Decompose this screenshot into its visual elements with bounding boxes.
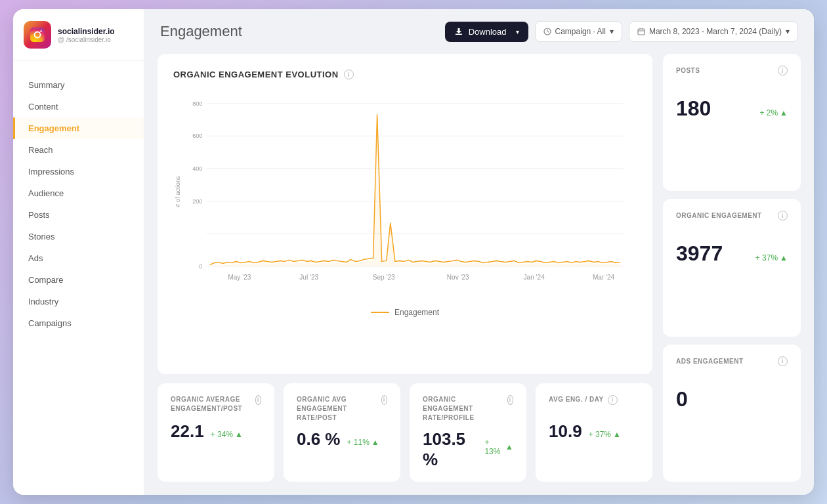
metric-card-1: ORGANIC ENGAGEMENT i 3977 + 37% ▲ (663, 199, 801, 336)
engagement-chart-svg: # of actions 800 600 400 (173, 90, 637, 293)
engagement-chart-card: ORGANIC ENGAGEMENT EVOLUTION i # of acti… (158, 54, 652, 374)
metric-change-0: + 2% ▲ (759, 108, 788, 117)
metric-card-0: POSTS i 180 + 2% ▲ (663, 54, 801, 191)
chart-title: ORGANIC ENGAGEMENT EVOLUTION i (173, 70, 637, 79)
brand-handle: @ /socialinsider.io (58, 36, 115, 43)
metric-info-icon-2[interactable]: i (778, 356, 788, 366)
bottom-card-2: ORGANIC ENGAGEMENT RATE/PROFILE i 103.5 … (410, 383, 526, 482)
metric-card-2: ADS ENGAGEMENT i 0 (663, 345, 801, 482)
sidebar-item-compare[interactable]: Compare (13, 269, 144, 291)
svg-text:0: 0 (199, 263, 202, 270)
card-info-icon-0[interactable]: i (255, 395, 261, 405)
brand-logo (24, 21, 51, 49)
svg-rect-4 (638, 29, 645, 35)
download-arrow-icon: ▾ (516, 28, 519, 35)
card-change-0: + 34% ▲ (211, 430, 243, 439)
bottom-card-3: AVG ENG. / DAY i 10.9 + 37% ▲ (536, 383, 652, 482)
svg-text:400: 400 (192, 165, 202, 172)
sidebar-item-engagement[interactable]: Engagement (13, 117, 144, 139)
bottom-card-0: ORGANIC AVERAGE ENGAGEMENT/POST i 22.1 +… (158, 383, 274, 482)
main-content: Engagement Download ▾ Campaign · All ▾ M… (144, 9, 814, 495)
card-label-3: AVG ENG. / DAY i (549, 395, 639, 415)
metric-label-0: POSTS i (676, 66, 788, 75)
metric-value-0: 180 (676, 96, 711, 121)
download-button[interactable]: Download ▾ (445, 22, 528, 42)
chart-legend: Engagement (173, 308, 637, 317)
card-label-1: ORGANIC AVG ENGAGEMENT RATE/POST i (297, 395, 387, 423)
card-value-3: 10.9 (549, 421, 582, 442)
sidebar-item-ads[interactable]: Ads (13, 247, 144, 269)
metric-label-2: ADS ENGAGEMENT i (676, 356, 788, 366)
content-area: ORGANIC ENGAGEMENT EVOLUTION i # of acti… (144, 54, 814, 495)
sidebar-item-campaigns[interactable]: Campaigns (13, 312, 144, 334)
sidebar-nav: SummaryContentEngagementReachImpressions… (13, 61, 144, 495)
svg-marker-23 (209, 114, 620, 266)
svg-text:600: 600 (192, 133, 202, 139)
svg-text:Jul '23: Jul '23 (299, 274, 318, 281)
card-change-1: + 11% ▲ (347, 438, 379, 447)
app-container: socialinsider.io @ /socialinsider.io Sum… (13, 9, 814, 495)
sidebar-item-reach[interactable]: Reach (13, 139, 144, 161)
svg-rect-0 (30, 28, 45, 42)
campaign-label: Campaign · All (555, 27, 606, 36)
svg-text:Mar '24: Mar '24 (593, 274, 615, 281)
metric-info-icon-0[interactable]: i (778, 66, 788, 75)
sidebar-item-posts[interactable]: Posts (13, 204, 144, 226)
card-info-icon-2[interactable]: i (507, 395, 514, 405)
date-label: March 8, 2023 - March 7, 2024 (Daily) (649, 27, 782, 36)
svg-text:Sep '23: Sep '23 (373, 274, 395, 281)
sidebar: socialinsider.io @ /socialinsider.io Sum… (13, 9, 144, 495)
chart-container: # of actions 800 600 400 (173, 90, 637, 300)
metric-info-icon-1[interactable]: i (778, 211, 788, 220)
svg-text:800: 800 (192, 100, 202, 107)
metric-value-2: 0 (676, 387, 688, 411)
sidebar-item-audience[interactable]: Audience (13, 182, 144, 204)
chart-section: ORGANIC ENGAGEMENT EVOLUTION i # of acti… (158, 54, 652, 482)
date-arrow-icon: ▾ (786, 27, 790, 36)
card-info-icon-1[interactable]: i (381, 395, 387, 405)
card-label-0: ORGANIC AVERAGE ENGAGEMENT/POST i (171, 395, 261, 415)
right-metrics: POSTS i 180 + 2% ▲ ORGANIC ENGAGEMENT i … (663, 54, 801, 482)
sidebar-item-industry[interactable]: Industry (13, 291, 144, 312)
brand-section: socialinsider.io @ /socialinsider.io (13, 9, 144, 61)
card-value-1: 0.6 % (297, 429, 341, 450)
svg-text:Nov '23: Nov '23 (447, 274, 469, 281)
svg-text:# of actions: # of actions (175, 176, 181, 207)
card-value-2: 103.5 % (423, 429, 478, 470)
page-title: Engagement (160, 23, 242, 40)
legend-line (371, 312, 389, 313)
main-header: Engagement Download ▾ Campaign · All ▾ M… (144, 9, 814, 54)
metric-change-1: + 37% ▲ (755, 253, 788, 262)
card-change-2: + 13% ▲ (484, 438, 513, 456)
sidebar-item-impressions[interactable]: Impressions (13, 161, 144, 182)
bottom-card-1: ORGANIC AVG ENGAGEMENT RATE/POST i 0.6 %… (284, 383, 400, 482)
card-change-3: + 37% ▲ (589, 430, 621, 439)
chart-info-icon[interactable]: i (344, 70, 354, 79)
campaign-filter-button[interactable]: Campaign · All ▾ (535, 21, 622, 42)
download-label: Download (469, 27, 507, 37)
header-actions: Download ▾ Campaign · All ▾ March 8, 202… (445, 21, 798, 42)
brand-text: socialinsider.io @ /socialinsider.io (58, 27, 115, 43)
svg-text:200: 200 (192, 198, 202, 204)
campaign-arrow-icon: ▾ (610, 27, 614, 36)
sidebar-item-stories[interactable]: Stories (13, 226, 144, 247)
sidebar-item-content[interactable]: Content (13, 96, 144, 117)
brand-name: socialinsider.io (58, 27, 115, 36)
metric-value-1: 3977 (676, 242, 723, 266)
sidebar-item-summary[interactable]: Summary (13, 74, 144, 96)
legend-label: Engagement (394, 308, 439, 317)
svg-point-2 (40, 30, 41, 32)
card-info-icon-3[interactable]: i (608, 395, 618, 405)
date-filter-button[interactable]: March 8, 2023 - March 7, 2024 (Daily) ▾ (629, 21, 798, 42)
card-label-2: ORGANIC ENGAGEMENT RATE/PROFILE i (423, 395, 513, 423)
metric-label-1: ORGANIC ENGAGEMENT i (676, 211, 788, 220)
svg-text:Jan '24: Jan '24 (524, 274, 545, 281)
bottom-cards: ORGANIC AVERAGE ENGAGEMENT/POST i 22.1 +… (158, 383, 652, 482)
svg-text:May '23: May '23 (228, 274, 251, 281)
card-value-0: 22.1 (171, 421, 204, 442)
